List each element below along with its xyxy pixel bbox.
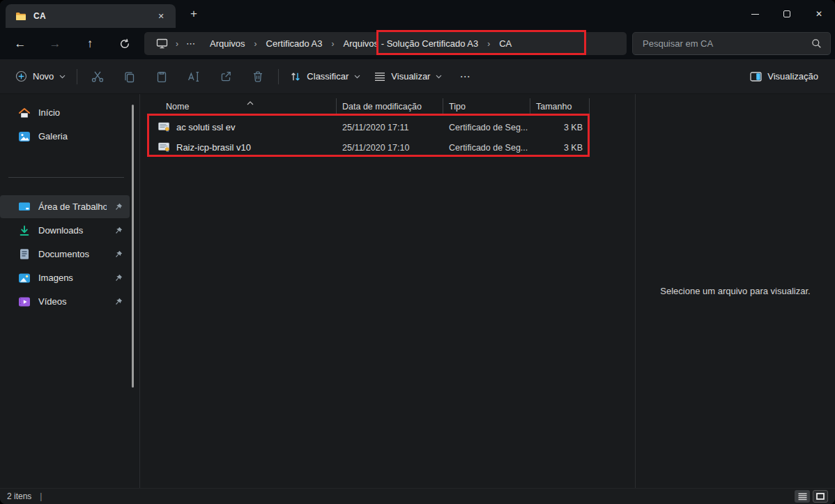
maximize-button[interactable] — [771, 0, 803, 28]
sort-ascending-icon — [247, 96, 254, 108]
view-button[interactable]: Visualizar — [367, 65, 449, 89]
column-header-tamanho[interactable]: Tamanho — [530, 98, 590, 114]
column-header-data[interactable]: Data de modificação — [337, 98, 443, 114]
up-button[interactable]: ↑ — [72, 31, 107, 56]
back-button[interactable]: ← — [3, 31, 38, 56]
sidebar-item-documentos[interactable]: Documentos — [0, 243, 130, 266]
sidebar-item-downloads[interactable]: Downloads — [0, 219, 130, 242]
more-options-button[interactable]: ⋯ — [449, 65, 481, 89]
copy-button[interactable] — [114, 65, 146, 89]
this-pc-crumb[interactable] — [150, 38, 174, 49]
view-lines-icon — [374, 72, 385, 82]
file-size: 3 KB — [530, 123, 590, 132]
tab-close-button[interactable]: ✕ — [152, 8, 170, 24]
title-bar: CA ✕ + ✕ — [0, 0, 835, 28]
home-icon — [18, 107, 31, 119]
trash-icon — [252, 70, 263, 83]
preview-placeholder-text: Selecione um arquivo para visualizar. — [660, 286, 810, 296]
sidebar-item-label: Galeria — [38, 131, 130, 142]
sort-button[interactable]: Classificar — [283, 65, 367, 89]
preview-pane-toggle[interactable]: Visualização — [742, 65, 827, 89]
status-divider: | — [40, 491, 42, 501]
breadcrumb-item-ca[interactable]: CA — [491, 35, 519, 53]
paste-button[interactable] — [146, 65, 178, 89]
file-date: 25/11/2020 17:10 — [337, 143, 443, 153]
pictures-icon — [18, 273, 31, 284]
documents-icon — [18, 248, 31, 260]
explorer-tab[interactable]: CA ✕ — [6, 4, 176, 28]
large-icons-view-icon — [816, 493, 825, 500]
new-tab-button[interactable]: + — [183, 3, 205, 24]
preview-pane-icon — [750, 72, 762, 82]
breadcrumb-item-certificado-a3[interactable]: Certificado A3 — [259, 35, 330, 53]
file-size: 3 KB — [530, 143, 590, 153]
details-view-button[interactable] — [795, 490, 810, 503]
copy-icon — [123, 70, 136, 83]
chevron-down-icon — [59, 75, 66, 79]
refresh-button[interactable] — [107, 31, 142, 56]
breadcrumb-separator: › — [174, 39, 180, 49]
sidebar-item-label: Início — [38, 107, 130, 118]
cut-button[interactable] — [82, 65, 114, 89]
ellipsis-icon: ⋯ — [459, 70, 470, 83]
sidebar-item-imagens[interactable]: Imagens — [0, 266, 130, 289]
sidebar-scrollbar[interactable] — [132, 105, 134, 388]
share-button[interactable] — [210, 65, 242, 89]
certificate-icon — [158, 142, 170, 153]
column-header-nome[interactable]: Nome — [149, 98, 337, 114]
new-button[interactable]: Novo — [8, 65, 72, 89]
navigation-bar: ← → ↑ › ⋯ Arquivos › Certificado A3 › Ar… — [0, 28, 835, 59]
breadcrumb-overflow-button[interactable]: ⋯ — [180, 38, 202, 49]
file-type: Certificado de Seg... — [443, 123, 530, 132]
search-icon — [811, 38, 822, 49]
sidebar-item-inicio[interactable]: Início — [0, 101, 130, 124]
command-bar: Novo Classificar Visualiza — [0, 59, 835, 94]
preview-pane-toggle-label: Visualização — [767, 71, 818, 82]
file-row[interactable]: ac soluti ssl ev 25/11/2020 17:11 Certif… — [149, 117, 590, 137]
toolbar-divider — [77, 69, 77, 84]
videos-icon — [18, 296, 31, 307]
desktop-icon — [18, 201, 31, 212]
breadcrumb-separator: › — [486, 39, 491, 49]
sidebar-item-label: Vídeos — [38, 296, 107, 307]
file-date: 25/11/2020 17:11 — [337, 123, 443, 132]
refresh-icon — [119, 38, 130, 49]
sidebar-item-label: Documentos — [38, 249, 107, 259]
status-bar: 2 itens | — [0, 488, 835, 504]
breadcrumb-separator: › — [253, 39, 259, 49]
items-count: 2 itens — [7, 491, 31, 501]
chevron-down-icon — [354, 75, 360, 79]
search-box[interactable] — [632, 32, 831, 55]
sort-icon — [290, 71, 301, 82]
rename-button[interactable] — [178, 65, 210, 89]
pin-icon — [114, 274, 123, 282]
forward-button[interactable]: → — [38, 31, 72, 56]
cut-icon — [91, 70, 105, 83]
breadcrumb-item-arquivos[interactable]: Arquivos — [202, 35, 253, 53]
file-explorer-window: CA ✕ + ✕ ← → ↑ › ⋯ Arquivos › Certificad… — [0, 0, 835, 504]
new-button-label: Novo — [33, 71, 54, 82]
pin-icon — [114, 250, 123, 259]
large-icons-view-button[interactable] — [813, 490, 828, 503]
plus-circle-icon — [15, 70, 27, 82]
breadcrumb-item-arquivos-solucao[interactable]: Arquivos - Solução Certificado A3 — [336, 35, 487, 53]
column-headers: Nome Data de modificação Tipo Tamanho — [149, 98, 590, 114]
certificate-icon — [158, 122, 170, 132]
breadcrumb-separator: › — [330, 39, 336, 49]
maximize-icon — [783, 10, 790, 17]
sidebar-item-area-de-trabalho[interactable]: Área de Trabalho — [0, 195, 130, 218]
preview-pane: Selecione um arquivo para visualizar. — [635, 94, 835, 488]
chevron-down-icon — [436, 75, 442, 79]
minimize-button[interactable] — [739, 0, 771, 28]
sidebar-item-videos[interactable]: Vídeos — [0, 290, 130, 313]
close-window-button[interactable]: ✕ — [803, 0, 835, 28]
breadcrumb: › ⋯ Arquivos › Certificado A3 › Arquivos… — [144, 32, 627, 55]
column-header-tipo[interactable]: Tipo — [443, 98, 530, 114]
search-input[interactable] — [643, 38, 811, 49]
delete-button[interactable] — [242, 65, 274, 89]
view-button-label: Visualizar — [391, 71, 430, 82]
details-view-icon — [798, 493, 807, 501]
sidebar-item-galeria[interactable]: Galeria — [0, 125, 130, 148]
file-row[interactable]: Raiz-icp-brasil v10 25/11/2020 17:10 Cer… — [149, 137, 590, 158]
sidebar: Início Galeria Área de Trabalho Download… — [0, 94, 139, 488]
